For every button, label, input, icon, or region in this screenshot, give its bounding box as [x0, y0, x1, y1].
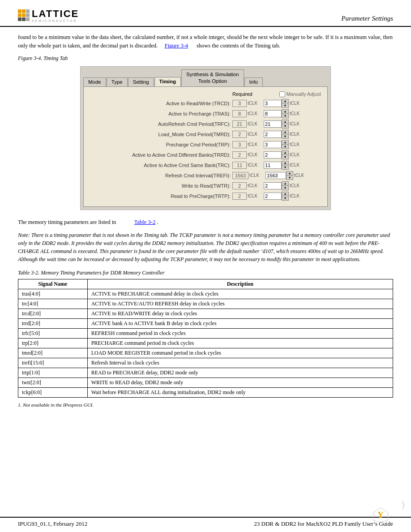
param-req-9[interactable]: [232, 193, 247, 200]
cell-desc-3: ACTIVE bank A to ACTIVE bank B delay in …: [87, 319, 393, 329]
table-row: tras[4:0]ACTIVE to PRECHARGE command del…: [18, 289, 393, 299]
dialog-figure: Mode Type Setting Timing Synthesis & Sim…: [80, 66, 331, 210]
spin-input-0[interactable]: [264, 100, 282, 107]
spin-input-3[interactable]: [264, 131, 282, 138]
param-row-tras: Active to Precharge (TRAS): tCLK ▲ ▼ tCL…: [89, 109, 322, 118]
spin-up-5[interactable]: ▲: [282, 151, 288, 155]
param-req-7[interactable]: [232, 172, 248, 179]
spin-input-8[interactable]: [264, 182, 282, 189]
timing-table: Signal Name Description tras[4:0]ACTIVE …: [18, 279, 393, 398]
intro-text-2: shows the contents of the Timing tab.: [197, 43, 280, 49]
cell-signal-10: tckp[6:0]: [18, 388, 88, 398]
table-row: trp[2:0]PRECHARGE command period in cloc…: [18, 339, 393, 348]
param-label-5: Active to Active Cmd Different Banks(TRR…: [89, 152, 232, 158]
spin-up-2[interactable]: ▲: [282, 120, 288, 124]
manually-adjust-checkbox[interactable]: [279, 91, 285, 97]
spin-input-4[interactable]: [264, 141, 282, 148]
param-req-4[interactable]: [232, 141, 247, 148]
header: LATTICE SEMICONDUCTOR. Parameter Setting…: [0, 0, 411, 27]
spin-up-6[interactable]: ▲: [282, 161, 288, 165]
param-label-7: Refresh Cmd Interval(TREFI):: [89, 173, 232, 178]
cell-desc-8: READ to PRECHARGE delay, DDR2 mode only: [87, 368, 393, 378]
spin-input-7[interactable]: [265, 172, 286, 179]
param-label-9: Read to PreCharge(TRTP):: [89, 193, 232, 199]
cell-signal-1: trc[4:0]: [18, 299, 88, 309]
spin-up-0[interactable]: ▲: [282, 99, 288, 103]
param-req-3[interactable]: [232, 131, 247, 138]
cell-signal-4: trfc[5:0]: [18, 329, 88, 339]
spin-up-4[interactable]: ▲: [282, 141, 288, 145]
cell-signal-0: tras[4:0]: [18, 289, 88, 299]
tab-setting[interactable]: Setting: [128, 77, 154, 86]
manually-adjust-label: Manually Adjust: [287, 91, 321, 97]
table-row: trc[4:0]ACTIVE to ACTIVE/AUTO REFRESH de…: [18, 299, 393, 309]
spin-up-7[interactable]: ▲: [287, 172, 293, 176]
spin-down-9[interactable]: ▼: [282, 196, 288, 200]
param-req-5[interactable]: [232, 151, 247, 159]
cell-desc-0: ACTIVE to PRECHARGE command delay in clo…: [87, 289, 393, 299]
param-unit-1: tCLK: [248, 111, 261, 116]
spin-down-1[interactable]: ▼: [282, 114, 288, 118]
next-page-arrow[interactable]: 〉: [402, 500, 405, 510]
tab-timing[interactable]: Timing: [154, 77, 181, 86]
spin-up-8[interactable]: ▲: [282, 182, 288, 186]
spin-up-9[interactable]: ▲: [282, 192, 288, 196]
table-caption: Table 3-2. Memory Timing Parameters for …: [18, 270, 393, 276]
header-title: Parameter Settings: [342, 15, 393, 22]
cell-desc-7: Refresh Interval in clock cycles: [87, 358, 393, 368]
lattice-logo: LATTICE SEMICONDUCTOR.: [18, 8, 79, 22]
spin-up-3[interactable]: ▲: [282, 130, 288, 134]
param-row-trtp: Read to PreCharge(TRTP): tCLK ▲ ▼ tCLK: [89, 192, 322, 201]
cell-desc-6: LOAD MODE REGISTER command period in clo…: [87, 348, 393, 358]
tab-info[interactable]: Info: [244, 77, 263, 86]
spin-down-8[interactable]: ▼: [282, 186, 288, 190]
table-row: tmrd[2:0]LOAD MODE REGISTER command peri…: [18, 348, 393, 358]
footer: IPUG93_01.1, February 2012 23 DDR & DDR2…: [0, 517, 411, 532]
param-unit-0: tCLK: [248, 101, 261, 106]
param-req-6[interactable]: [232, 162, 247, 169]
spin-input-1[interactable]: [264, 110, 282, 117]
tab-synthesis[interactable]: Synthesis & SimulationTools Option: [181, 69, 244, 86]
table-row: twtr[2:0]WRITE to READ delay, DDR2 mode …: [18, 378, 393, 388]
cell-signal-8: trtp[1:0]: [18, 368, 88, 378]
spin-input-9[interactable]: [264, 193, 282, 200]
tab-mode[interactable]: Mode: [83, 77, 106, 86]
spin-arrows-0: ▲ ▼: [282, 99, 289, 108]
body-text-1: The memory timing parameters are listed …: [18, 219, 116, 225]
table-row: trefi[15:0]Refresh Interval in clock cyc…: [18, 358, 393, 368]
param-req-2[interactable]: [232, 120, 247, 128]
spin-down-6[interactable]: ▼: [282, 165, 288, 169]
spin-down-4[interactable]: ▼: [282, 145, 288, 149]
param-rows: Active to Read/Write (TRCD): tCLK ▲ ▼ tC…: [89, 99, 322, 201]
figure-caption: Figure 3-4. Timing Tab: [18, 55, 393, 62]
body-paragraph: The memory timing parameters are listed …: [18, 218, 393, 227]
spin-input-2[interactable]: [264, 120, 282, 128]
tab-type[interactable]: Type: [107, 77, 128, 86]
spin-down-3[interactable]: ▼: [282, 134, 288, 138]
spin-input-6[interactable]: [264, 162, 282, 169]
spin-down-2[interactable]: ▼: [282, 124, 288, 128]
page: LATTICE SEMICONDUCTOR. Parameter Setting…: [0, 0, 411, 532]
spin-down-0[interactable]: ▼: [282, 103, 288, 107]
cell-desc-9: WRITE to READ delay, DDR2 mode only: [87, 378, 393, 388]
cell-signal-7: trefi[15:0]: [18, 358, 88, 368]
param-req-0[interactable]: [232, 100, 247, 107]
col-desc: Description: [87, 279, 393, 289]
spin-unit-0: tCLK: [290, 101, 300, 106]
spin-input-5[interactable]: [264, 151, 282, 159]
param-row-trcd: Active to Read/Write (TRCD): tCLK ▲ ▼ tC…: [89, 99, 322, 108]
table-link[interactable]: Table 3-2: [134, 219, 155, 225]
manually-adjust-area: Manually Adjust: [279, 91, 338, 97]
cell-signal-6: tmrd[2:0]: [18, 348, 88, 358]
table-footnote: 1. Not available in the IPexpress GUI.: [18, 402, 393, 408]
spin-down-5[interactable]: ▼: [282, 155, 288, 159]
intro-link[interactable]: Figure 3-4: [165, 43, 188, 49]
required-label: Required: [232, 91, 279, 97]
spin-up-1[interactable]: ▲: [282, 110, 288, 114]
spin-down-7[interactable]: ▼: [287, 176, 293, 180]
param-req-8[interactable]: [232, 182, 247, 189]
table-row: trcd[2:0]ACTIVE to READ/WRITE delay in c…: [18, 309, 393, 319]
param-req-1[interactable]: [232, 110, 247, 117]
intro-paragraph: found to be a minimum value in the data …: [18, 33, 393, 51]
param-label-1: Active to Precharge (TRAS):: [89, 111, 232, 116]
